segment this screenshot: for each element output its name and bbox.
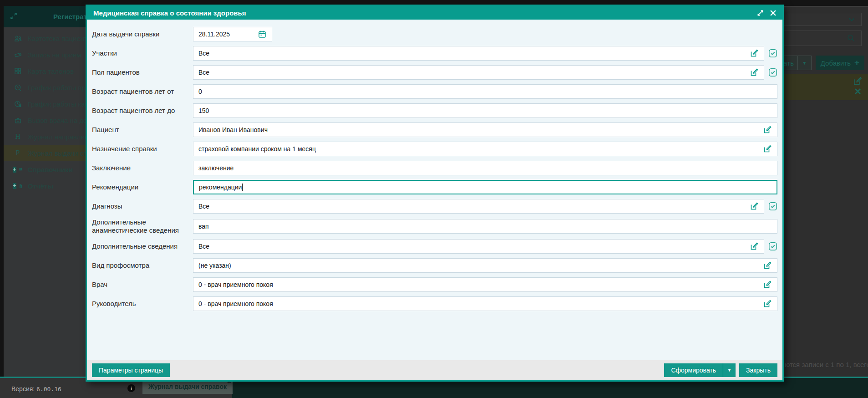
app-screen: Регистратура Картотека пациентов Запись … [0, 0, 868, 398]
gender-check-toggle[interactable] [768, 68, 777, 77]
maximize-dialog-icon[interactable] [757, 10, 764, 16]
anamnestic-input[interactable]: вап [193, 219, 777, 234]
doctor-bag-icon [13, 117, 23, 124]
form-row-uchastki: Участки Все [92, 46, 777, 61]
field-label: Дополнительные анамнестические сведения [92, 218, 193, 235]
collapse-sidebar-icon[interactable] [10, 12, 17, 21]
generate-split-button[interactable]: Сформировать ▼ [664, 363, 736, 377]
field-value: страховой компании сроком на 1 месяц [198, 145, 316, 153]
sidebar-item-label: Карта талонов [28, 67, 74, 75]
age-from-input[interactable]: 0 [193, 84, 777, 99]
diagnoses-check-toggle[interactable] [768, 202, 777, 211]
field-label: Возраст пациентов лет от [92, 84, 193, 99]
diagnoses-picker[interactable]: Все [193, 199, 764, 214]
app-version: Версия: 6.00.16 [11, 385, 61, 393]
uchastki-check-toggle[interactable] [768, 49, 777, 58]
field-value: Все [198, 69, 209, 76]
field-label: Дата выдачи справки [92, 27, 193, 41]
expand-plus-book-icon[interactable]: + [13, 166, 23, 173]
letter-p-icon: P [13, 149, 23, 157]
add-button-label: Добавить [821, 59, 851, 67]
background-add-button[interactable]: Добавить + [816, 56, 864, 70]
additional-check-toggle[interactable] [768, 242, 777, 251]
edit-icon[interactable] [763, 261, 772, 270]
form-row-recommendations: Рекомендации рекомендации [92, 180, 777, 194]
patient-picker[interactable]: Иванов Иван Иванович [193, 122, 777, 137]
clock-icon [13, 84, 23, 92]
field-value: Все [198, 203, 209, 210]
delete-record-icon[interactable]: ✕ [854, 87, 862, 96]
field-label: Дополнительные сведения [92, 239, 193, 254]
field-value: Все [198, 50, 209, 57]
edit-icon[interactable] [763, 299, 772, 308]
version-number: 6.00.16 [36, 386, 61, 393]
generate-dropdown-caret-icon[interactable]: ▼ [723, 363, 736, 377]
plus-icon: + [854, 58, 859, 68]
age-to-input[interactable]: 150 [193, 103, 777, 118]
info-icon[interactable]: i [127, 384, 135, 392]
checkup-type-picker[interactable]: (не указан) [193, 258, 777, 273]
doctor-picker[interactable]: 0 - врач приемного покоя [193, 277, 777, 292]
expand-plus-report-icon[interactable]: + [13, 183, 23, 189]
dialog-titlebar[interactable]: Медицинская справка о состоянии здоровья [87, 6, 782, 20]
field-label: Диагнозы [92, 199, 193, 214]
grid-icon [13, 67, 23, 75]
calendar-icon[interactable] [258, 30, 267, 39]
dialog-footer: Параметры страницы Сформировать ▼ Закрыт… [87, 360, 782, 380]
gender-picker[interactable]: Все [193, 65, 764, 80]
field-label: Пол пациентов [92, 65, 193, 80]
sidebar-item-label: Отчёты [28, 182, 53, 190]
field-label: Врач [92, 277, 193, 292]
uchastki-picker[interactable]: Все [193, 46, 764, 61]
search-icon [847, 34, 856, 43]
conclusion-input[interactable]: заключение [193, 161, 777, 175]
background-search-input[interactable] [778, 31, 862, 46]
letter-h-icon: H [13, 133, 23, 141]
issue-date-input[interactable]: 28.11.2025 [193, 27, 272, 41]
clock-door-icon [13, 100, 23, 108]
form-row-checkup-type: Вид профосмотра (не указан) [92, 258, 777, 273]
edit-icon[interactable] [750, 49, 759, 58]
purpose-picker[interactable]: страховой компании сроком на 1 месяц [193, 142, 777, 156]
form-row-age-from: Возраст пациентов лет от 0 [92, 84, 777, 99]
tab-label: Журнал выдачи справок [148, 383, 227, 390]
caret-down-icon[interactable]: ▼ [797, 56, 811, 70]
field-value: Иванов Иван Иванович [198, 126, 268, 133]
field-label: Участки [92, 46, 193, 61]
form-row-anamnestic: Дополнительные анамнестические сведения … [92, 218, 777, 235]
generate-button[interactable]: Сформировать [664, 363, 723, 377]
sidebar-item-label: Вызов врача на дом [28, 117, 92, 124]
patients-icon [13, 35, 23, 42]
edit-icon[interactable] [763, 125, 772, 134]
ticket-icon [13, 51, 23, 59]
sidebar-item-label: Запись на прием [28, 51, 81, 59]
field-label: Заключение [92, 161, 193, 175]
background-filter-dropdown[interactable] [778, 13, 862, 26]
edit-icon[interactable] [763, 144, 772, 153]
field-label: Рекомендации [92, 180, 193, 194]
recommendations-input-focused[interactable]: рекомендации [193, 180, 777, 194]
text-cursor [242, 184, 243, 191]
background-selected-row[interactable]: ✕ [784, 74, 868, 100]
field-value: 0 - врач приемного покоя [198, 300, 273, 307]
sidebar-item-label: Справочники [28, 166, 73, 173]
form-row-gender: Пол пациентов Все [92, 65, 777, 80]
page-settings-button[interactable]: Параметры страницы [92, 363, 170, 377]
edit-icon[interactable] [763, 280, 772, 289]
edit-icon[interactable] [750, 202, 759, 211]
form-row-purpose: Назначение справки страховой компании ср… [92, 142, 777, 156]
field-value: (не указан) [198, 262, 231, 269]
medical-certificate-dialog: Медицинская справка о состоянии здоровья… [86, 5, 784, 382]
field-value: 0 - врач приемного покоя [198, 281, 273, 288]
field-label: Руководитель [92, 296, 193, 311]
edit-icon[interactable] [750, 242, 759, 251]
supervisor-picker[interactable]: 0 - врач приемного покоя [193, 296, 777, 311]
pagination-status: ются записи с 1 по 1, всего 1 [785, 361, 868, 368]
field-label: Вид профосмотра [92, 258, 193, 273]
close-button[interactable]: Закрыть [739, 363, 777, 377]
field-value: 0 [198, 88, 202, 95]
field-label: Возраст пациентов лет до [92, 103, 193, 118]
additional-picker[interactable]: Все [193, 239, 764, 254]
edit-icon[interactable] [750, 68, 759, 77]
close-dialog-icon[interactable] [770, 10, 776, 16]
